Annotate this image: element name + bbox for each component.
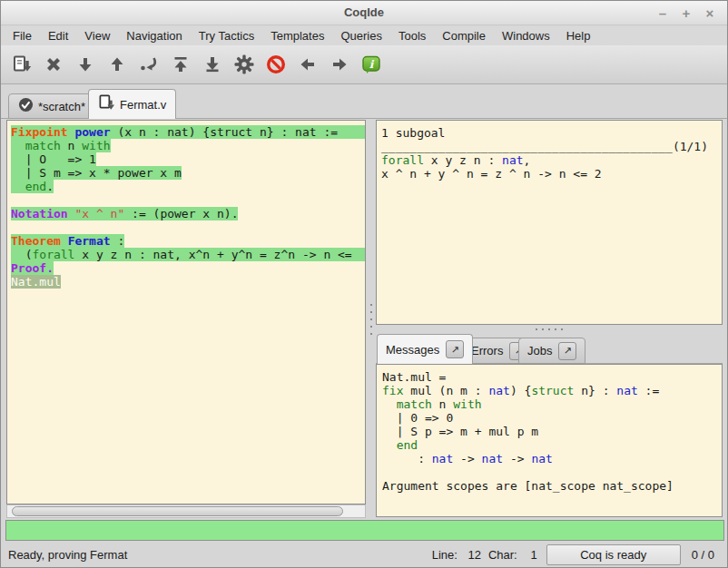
toolbar: i xyxy=(1,45,727,84)
status-text: Ready, proving Fermat xyxy=(8,548,127,562)
document-tabstrip: *scratch* Fermat.v xyxy=(1,85,727,119)
detach-icon: ↗ xyxy=(451,344,459,356)
progress-bar xyxy=(5,520,724,541)
step-backward-button[interactable] xyxy=(101,48,133,81)
menu-item-try-tactics[interactable]: Try Tactics xyxy=(191,27,262,44)
coq-status: Coq is ready xyxy=(546,544,681,565)
close-button[interactable]: × xyxy=(698,3,722,23)
save-button[interactable] xyxy=(5,48,37,81)
messages-panel[interactable]: Nat.mul =fix mul (n m : nat) {struct n} … xyxy=(376,364,723,517)
detach-messages-button[interactable]: ↗ xyxy=(446,340,464,358)
code-line xyxy=(11,193,365,207)
code-line: ________________________________________… xyxy=(381,140,722,153)
message-tabstrip: Messages ↗ Errors ↗ Jobs ↗ xyxy=(376,332,723,364)
code-line: x ^ n + y ^ n = z ^ n -> n <= 2 xyxy=(381,167,722,181)
tab-label: Jobs xyxy=(527,344,552,357)
code-line: Argument scopes are [nat_scope nat_scope… xyxy=(382,479,722,493)
code-line: forall x y z n : nat, xyxy=(381,153,722,167)
tab-label: Errors xyxy=(471,344,503,357)
script-editor[interactable]: Fixpoint power (x n : nat) {struct n} : … xyxy=(6,120,366,504)
info-bubble-icon: i xyxy=(361,54,381,74)
menu-item-view[interactable]: View xyxy=(76,27,118,44)
code-line: 1 subgoal xyxy=(381,126,722,140)
save-icon xyxy=(12,54,32,74)
horizontal-splitter[interactable] xyxy=(376,326,723,332)
vertical-splitter[interactable] xyxy=(366,120,376,518)
tab-jobs[interactable]: Jobs ↗ xyxy=(518,338,585,364)
window-title: CoqIde xyxy=(1,5,727,19)
code-line: match n with xyxy=(11,139,365,152)
code-line: fix mul (n m : nat) {struct n} : nat := xyxy=(382,384,722,397)
code-line: | S p => m + mul p m xyxy=(382,425,722,438)
code-line: end. xyxy=(11,180,365,193)
menu-item-file[interactable]: File xyxy=(5,27,40,44)
save-page-icon xyxy=(98,94,115,114)
window-controls: – + × xyxy=(651,3,722,23)
menu-item-windows[interactable]: Windows xyxy=(494,27,558,44)
char-value: 1 xyxy=(517,548,537,562)
down-arrow-icon xyxy=(75,54,95,74)
back-arrow-icon xyxy=(298,54,318,74)
scrollbar-thumb[interactable] xyxy=(12,506,343,516)
menu-item-tools[interactable]: Tools xyxy=(390,27,434,44)
menu-item-edit[interactable]: Edit xyxy=(40,27,76,44)
code-line: (forall x y z n : nat, x^n + y^n = z^n -… xyxy=(11,248,365,261)
code-line: end xyxy=(382,438,722,452)
goal-panel[interactable]: 1 subgoal_______________________________… xyxy=(376,120,723,325)
interrupt-button[interactable] xyxy=(260,48,291,81)
go-to-cursor-icon xyxy=(139,54,159,74)
code-line: | O => 1 xyxy=(11,152,365,166)
step-forward-button[interactable] xyxy=(69,48,101,81)
tab-scratch[interactable]: *scratch* xyxy=(8,93,95,119)
code-line: | 0 => 0 xyxy=(382,411,722,425)
tab-fermat[interactable]: Fermat.v xyxy=(88,89,176,119)
coqide-window: CoqIde – + × File Edit View Navigation T… xyxy=(0,0,728,568)
go-to-cursor-button[interactable] xyxy=(133,48,164,81)
preferences-button[interactable] xyxy=(228,48,260,81)
code-line: | S m => x * power x m xyxy=(11,166,365,180)
about-button[interactable]: i xyxy=(355,48,387,81)
up-arrow-icon xyxy=(107,54,127,74)
tab-label: Messages xyxy=(386,343,439,357)
forward-arrow-icon xyxy=(330,54,349,74)
menu-item-navigation[interactable]: Navigation xyxy=(118,27,190,44)
horizontal-scrollbar[interactable] xyxy=(6,504,366,518)
tab-label: *scratch* xyxy=(38,100,85,113)
minimize-button[interactable]: – xyxy=(651,3,674,23)
go-to-end-button[interactable] xyxy=(196,48,228,81)
back-button[interactable] xyxy=(291,48,323,81)
code-line xyxy=(382,465,722,479)
close-buffer-button[interactable] xyxy=(37,48,69,81)
code-line: Notation "x ^ n" := (power x n). xyxy=(11,207,365,220)
check-circle-icon xyxy=(18,97,34,115)
gear-icon xyxy=(234,54,254,74)
line-label: Line: xyxy=(432,548,457,562)
go-to-start-button[interactable] xyxy=(164,48,196,81)
tab-label: Fermat.v xyxy=(120,98,166,112)
go-to-bottom-icon xyxy=(202,54,222,74)
menu-item-compile[interactable]: Compile xyxy=(434,27,494,44)
line-value: 12 xyxy=(457,548,481,562)
forward-button[interactable] xyxy=(323,48,355,81)
detach-icon: ↗ xyxy=(564,345,572,357)
menu-item-queries[interactable]: Queries xyxy=(332,27,390,44)
code-line xyxy=(11,220,365,234)
code-line: match n with xyxy=(382,397,722,411)
interrupt-icon xyxy=(266,54,286,74)
menu-item-templates[interactable]: Templates xyxy=(262,27,332,44)
code-line: Nat.mul xyxy=(11,275,365,289)
tab-messages[interactable]: Messages ↗ xyxy=(377,334,473,364)
code-line: Theorem Fermat : xyxy=(11,234,365,248)
statusbar: Ready, proving Fermat Line: 12 Char: 1 C… xyxy=(1,543,727,567)
code-line: Proof. xyxy=(11,261,365,275)
code-line: Fixpoint power (x n : nat) {struct n} : … xyxy=(11,125,365,139)
menubar: File Edit View Navigation Try Tactics Te… xyxy=(1,26,727,45)
menu-item-help[interactable]: Help xyxy=(558,27,599,44)
goal-counter: 0 / 0 xyxy=(692,548,714,562)
code-line: Nat.mul = xyxy=(382,370,722,384)
maximize-button[interactable]: + xyxy=(674,3,698,23)
go-to-top-icon xyxy=(171,54,191,74)
detach-jobs-button[interactable]: ↗ xyxy=(558,342,576,360)
char-label: Char: xyxy=(488,548,517,562)
close-icon xyxy=(44,54,64,74)
